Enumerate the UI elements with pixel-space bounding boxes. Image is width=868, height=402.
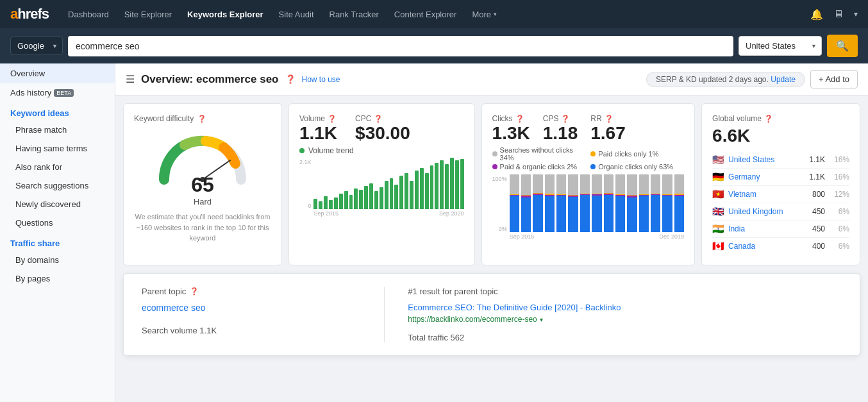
sidebar-item-also-rank-for[interactable]: Also rank for bbox=[0, 158, 115, 176]
sidebar-item-newly-discovered[interactable]: Newly discovered bbox=[0, 195, 115, 214]
volume-bar bbox=[430, 165, 434, 209]
nav-keywords-explorer[interactable]: Keywords Explorer bbox=[181, 7, 270, 22]
bar-segment bbox=[592, 196, 601, 232]
clicks-stacked-bar bbox=[627, 174, 637, 232]
country-select-wrap[interactable]: United States ▼ bbox=[739, 36, 822, 56]
page-header: ☰ Overview: ecommerce seo ❓ How to use S… bbox=[115, 63, 868, 96]
clicks-stacked-chart bbox=[510, 174, 684, 232]
global-info-icon[interactable]: ❓ bbox=[764, 115, 773, 123]
sidebar-item-overview[interactable]: Overview bbox=[0, 63, 115, 83]
flag-vn: 🇻🇳 bbox=[712, 188, 724, 200]
country-ca-link[interactable]: Canada bbox=[728, 242, 798, 251]
clicks-stacked-bar bbox=[615, 174, 625, 232]
parent-topic-info-icon[interactable]: ❓ bbox=[190, 287, 199, 296]
volume-info-icon[interactable]: ❓ bbox=[328, 115, 337, 123]
parent-topic-result-link[interactable]: Ecommerce SEO: The Definitive Guide [202… bbox=[408, 303, 842, 312]
rr-value: 1.67 bbox=[590, 123, 626, 144]
parent-topic-title: Parent topic ❓ bbox=[142, 287, 358, 296]
parent-topic-result-url: https://backlinko.com/ecommerce-seo ▾ bbox=[408, 315, 842, 324]
country-select[interactable]: United States bbox=[739, 36, 822, 56]
clicks-stacked-bar bbox=[592, 174, 601, 232]
volume-bar bbox=[364, 186, 368, 209]
nav-site-explorer[interactable]: Site Explorer bbox=[118, 7, 178, 22]
volume-bar bbox=[329, 200, 333, 209]
clicks-card: Clicks ❓ 1.3K CPS ❓ 1.18 bbox=[481, 103, 695, 265]
flag-ca: 🇨🇦 bbox=[712, 240, 724, 252]
help-icon[interactable]: ❓ bbox=[285, 74, 296, 84]
sidebar-item-questions[interactable]: Questions bbox=[0, 214, 115, 232]
dropdown-chevron-icon[interactable]: ▾ bbox=[854, 10, 858, 19]
page-title: Overview: ecommerce seo bbox=[141, 73, 279, 86]
volume-bar bbox=[334, 197, 338, 209]
cpc-info-icon[interactable]: ❓ bbox=[374, 115, 383, 123]
nav-dashboard[interactable]: Dashboard bbox=[62, 7, 115, 22]
sidebar-item-ads-history[interactable]: Ads history BETA bbox=[0, 83, 115, 102]
parent-topic-link[interactable]: ecommerce seo bbox=[142, 303, 206, 313]
volume-bar bbox=[380, 187, 383, 209]
nav-more[interactable]: More ▾ bbox=[465, 7, 503, 22]
parent-topic-volume: Search volume 1.1K bbox=[142, 326, 358, 335]
update-link[interactable]: Update bbox=[771, 75, 796, 84]
menu-icon[interactable]: ☰ bbox=[126, 73, 135, 85]
logo[interactable]: ahrefs bbox=[10, 6, 49, 22]
cps-info-icon[interactable]: ❓ bbox=[561, 115, 570, 123]
volume-card: Volume ❓ 1.1K CPC ❓ $30.00 bbox=[288, 103, 475, 265]
country-in-link[interactable]: India bbox=[728, 224, 798, 233]
bar-segment bbox=[580, 174, 590, 194]
volume-bar-chart bbox=[313, 158, 463, 209]
parent-topic-card: Parent topic ❓ ecommerce seo Search volu… bbox=[123, 273, 860, 356]
bar-segment bbox=[604, 174, 613, 193]
sidebar-keyword-ideas-title[interactable]: Keyword ideas bbox=[0, 102, 115, 121]
nav-content-explorer[interactable]: Content Explorer bbox=[388, 7, 463, 22]
gauge-label: Hard bbox=[194, 197, 212, 206]
rr-info-icon[interactable]: ❓ bbox=[605, 115, 613, 123]
search-engine-select-wrap[interactable]: Google ▼ bbox=[10, 37, 63, 55]
country-us-link[interactable]: United States bbox=[728, 155, 798, 164]
cps-value: 1.18 bbox=[543, 123, 578, 144]
nav-site-audit[interactable]: Site Audit bbox=[272, 7, 321, 22]
country-gb-link[interactable]: United Kingdom bbox=[728, 207, 798, 216]
sidebar-item-having-same-terms[interactable]: Having same terms bbox=[0, 139, 115, 158]
volume-bar bbox=[410, 181, 413, 209]
nav-rank-tracker[interactable]: Rank Tracker bbox=[323, 7, 385, 22]
country-de-pct: 16% bbox=[829, 172, 849, 181]
volume-bar bbox=[369, 183, 373, 209]
flag-us: 🇺🇸 bbox=[712, 154, 724, 165]
bar-segment bbox=[521, 197, 531, 232]
sidebar-item-phrase-match[interactable]: Phrase match bbox=[0, 121, 115, 139]
clicks-stacked-bar bbox=[674, 174, 684, 232]
how-to-use-link[interactable]: How to use bbox=[302, 75, 340, 84]
country-ca-pct: 6% bbox=[829, 242, 849, 251]
sidebar-item-by-pages[interactable]: By pages bbox=[0, 269, 115, 288]
country-de-link[interactable]: Germany bbox=[728, 172, 798, 181]
notification-icon[interactable]: 🔔 bbox=[810, 8, 823, 21]
cpc-value: $30.00 bbox=[355, 123, 410, 144]
monitor-icon[interactable]: 🖥 bbox=[833, 8, 844, 20]
bar-segment bbox=[662, 174, 672, 194]
bar-segment bbox=[580, 195, 590, 232]
sidebar: Overview Ads history BETA Keyword ideas … bbox=[0, 63, 115, 402]
sidebar-item-by-domains[interactable]: By domains bbox=[0, 251, 115, 269]
volume-bar bbox=[440, 160, 444, 209]
country-us-val: 1.1K bbox=[802, 155, 825, 164]
search-engine-select[interactable]: Google bbox=[10, 37, 63, 55]
country-vn-link[interactable]: Vietnam bbox=[728, 190, 798, 199]
kd-info-icon[interactable]: ❓ bbox=[197, 115, 206, 123]
clicks-info-icon[interactable]: ❓ bbox=[515, 115, 524, 123]
clicks-stacked-bar bbox=[510, 174, 519, 232]
clicks-stacked-bar bbox=[533, 174, 542, 232]
parent-topic-right: #1 result for parent topic Ecommerce SEO… bbox=[390, 287, 842, 342]
volume-bar bbox=[445, 164, 449, 209]
bar-segment bbox=[533, 174, 542, 193]
bar-segment bbox=[545, 196, 555, 232]
volume-bar bbox=[415, 171, 419, 209]
volume-bar bbox=[405, 173, 408, 209]
global-volume-value: 6.6K bbox=[712, 126, 849, 146]
sidebar-item-search-suggestions[interactable]: Search suggestions bbox=[0, 176, 115, 195]
search-input[interactable] bbox=[68, 36, 733, 56]
volume-bar bbox=[374, 191, 378, 209]
search-button[interactable]: 🔍 bbox=[827, 35, 858, 57]
global-row-vn: 🇻🇳 Vietnam 800 12% bbox=[712, 186, 849, 203]
url-chevron-icon[interactable]: ▾ bbox=[540, 316, 543, 323]
add-to-button[interactable]: + Add to bbox=[810, 70, 858, 88]
